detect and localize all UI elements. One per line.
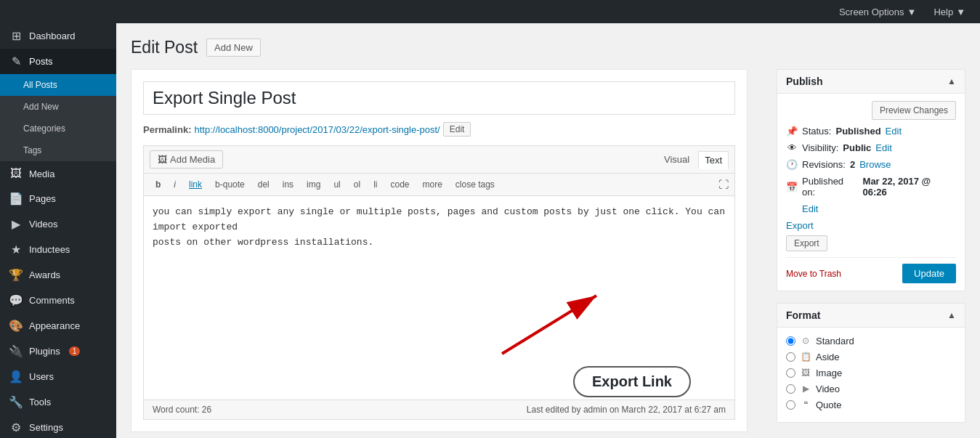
last-edited: Last edited by admin on March 22, 2017 a… <box>527 405 726 415</box>
main-content: Edit Post Add New Permalink: http://loca… <box>116 23 980 438</box>
toolbar-more[interactable]: more <box>417 177 448 192</box>
right-sidebar: Publish ▲ Preview Changes 📌 Status: Publ… <box>762 69 965 434</box>
standard-format-icon: ⊙ <box>800 335 811 346</box>
format-standard-label[interactable]: Standard <box>816 336 854 346</box>
sidebar-item-users[interactable]: 👤 Users <box>0 364 116 389</box>
sidebar-item-label: Settings <box>29 422 63 433</box>
posts-submenu: All Posts Add New Categories Tags <box>0 74 116 161</box>
sidebar-item-label: Tools <box>29 397 51 407</box>
visibility-edit-link[interactable]: Edit <box>875 142 891 153</box>
format-image-radio[interactable] <box>786 368 795 378</box>
sidebar-item-label: Inductees <box>29 244 70 255</box>
sidebar-item-add-new[interactable]: Add New <box>0 96 116 118</box>
sidebar-item-comments[interactable]: 💬 Comments <box>0 288 116 313</box>
toolbar-code[interactable]: code <box>384 177 415 192</box>
toolbar-del[interactable]: del <box>252 177 275 192</box>
comments-icon: 💬 <box>9 293 23 307</box>
sidebar-item-awards[interactable]: 🏆 Awards <box>0 262 116 288</box>
toolbar-img[interactable]: img <box>301 177 326 192</box>
editor-toolbar: b i link b-quote del ins img ul ol li co… <box>144 174 734 196</box>
sidebar-item-categories[interactable]: Categories <box>0 118 116 139</box>
inductees-icon: ★ <box>9 243 23 256</box>
toolbar-bquote[interactable]: b-quote <box>209 177 251 192</box>
sidebar-item-label: Plugins <box>29 346 60 357</box>
sidebar-item-plugins[interactable]: 🔌 Plugins 1 <box>0 338 116 364</box>
sidebar-item-label: Dashboard <box>29 31 76 41</box>
sidebar-item-posts[interactable]: ✎ Posts <box>0 49 116 74</box>
format-aside-label[interactable]: Aside <box>816 352 840 362</box>
fullscreen-button[interactable]: ⛶ <box>718 179 729 190</box>
published-label: Published on: <box>802 176 859 198</box>
revisions-row: 🕐 Revisions: 2 Browse <box>786 159 956 170</box>
visibility-label: Visibility: <box>802 142 838 153</box>
format-box: Format ▲ ⊙ Standard 📋 Aside <box>777 303 965 423</box>
page-title: Edit Post <box>131 38 198 57</box>
posts-icon: ✎ <box>9 54 23 68</box>
image-format-icon: 🖼 <box>800 367 811 378</box>
sidebar-item-label: Posts <box>29 56 53 67</box>
format-quote-radio[interactable] <box>786 400 795 410</box>
add-media-button[interactable]: 🖼 Add Media <box>150 150 223 169</box>
tab-text[interactable]: Text <box>698 151 729 169</box>
format-video-radio[interactable] <box>786 384 795 394</box>
sidebar-item-all-posts[interactable]: All Posts <box>0 74 116 96</box>
format-image-label[interactable]: Image <box>816 368 842 378</box>
sidebar-item-videos[interactable]: ▶ Videos <box>0 211 116 237</box>
status-label: Status: <box>802 126 831 137</box>
toolbar-bold[interactable]: b <box>150 177 166 192</box>
sidebar-item-settings[interactable]: ⚙ Settings <box>0 415 116 438</box>
post-title-input[interactable] <box>143 81 735 115</box>
sidebar-item-pages[interactable]: 📄 Pages <box>0 186 116 211</box>
quote-format-icon: ❝ <box>800 399 811 410</box>
publish-title: Publish <box>786 76 823 87</box>
format-box-header: Format ▲ <box>777 304 965 328</box>
sidebar-item-tools[interactable]: 🔧 Tools <box>0 389 116 415</box>
export-link[interactable]: Export <box>786 220 956 231</box>
dashboard-icon: ⊞ <box>9 29 23 43</box>
sidebar-item-label: Appearance <box>29 320 80 331</box>
permalink-url[interactable]: http://localhost:8000/project/2017/03/22… <box>194 124 440 135</box>
format-toggle[interactable]: ▲ <box>947 310 956 320</box>
screen-options-button[interactable]: Screen Options ▼ <box>832 0 923 23</box>
tab-visual[interactable]: Visual <box>658 151 695 169</box>
sidebar-item-dashboard[interactable]: ⊞ Dashboard <box>0 23 116 49</box>
preview-changes-button[interactable]: Preview Changes <box>872 101 956 120</box>
publish-actions: Move to Trash Update <box>786 257 956 283</box>
sidebar-item-inductees[interactable]: ★ Inductees <box>0 237 116 262</box>
format-title: Format <box>786 309 820 321</box>
sidebar-item-tags[interactable]: Tags <box>0 139 116 161</box>
toolbar-ins[interactable]: ins <box>277 177 299 192</box>
toolbar-close-tags[interactable]: close tags <box>450 177 501 192</box>
help-button[interactable]: Help ▼ <box>926 0 973 23</box>
publish-box-header: Publish ▲ <box>777 70 965 94</box>
status-edit-link[interactable]: Edit <box>886 126 902 137</box>
format-video-row: ▶ Video <box>786 383 956 394</box>
add-new-button[interactable]: Add New <box>206 38 261 57</box>
format-standard-radio[interactable] <box>786 336 795 346</box>
users-icon: 👤 <box>9 370 23 384</box>
format-quote-label[interactable]: Quote <box>816 400 841 410</box>
permalink-edit-button[interactable]: Edit <box>443 122 471 137</box>
aside-format-icon: 📋 <box>800 351 811 362</box>
toolbar-ul[interactable]: ul <box>328 177 346 192</box>
publish-toggle[interactable]: ▲ <box>947 76 956 86</box>
sidebar-item-media[interactable]: 🖼 Media <box>0 161 116 186</box>
published-edit-link[interactable]: Edit <box>802 203 818 214</box>
dropdown-icon: ▼ <box>907 7 917 17</box>
toolbar-li[interactable]: li <box>368 177 383 192</box>
sidebar-item-label: Pages <box>29 193 56 204</box>
format-aside-radio[interactable] <box>786 352 795 362</box>
export-button[interactable]: Export <box>786 235 827 251</box>
format-aside-row: 📋 Aside <box>786 351 956 362</box>
revisions-browse-link[interactable]: Browse <box>859 159 891 170</box>
plugins-badge: 1 <box>69 346 81 356</box>
format-video-label[interactable]: Video <box>816 384 840 394</box>
media-upload-icon: 🖼 <box>158 154 167 165</box>
toolbar-italic[interactable]: i <box>168 177 182 192</box>
publish-box: Publish ▲ Preview Changes 📌 Status: Publ… <box>777 69 965 291</box>
sidebar-item-appearance[interactable]: 🎨 Appearance <box>0 313 116 338</box>
move-to-trash-link[interactable]: Move to Trash <box>786 269 841 279</box>
toolbar-link[interactable]: link <box>183 177 208 192</box>
toolbar-ol[interactable]: ol <box>348 177 366 192</box>
update-button[interactable]: Update <box>902 264 956 283</box>
